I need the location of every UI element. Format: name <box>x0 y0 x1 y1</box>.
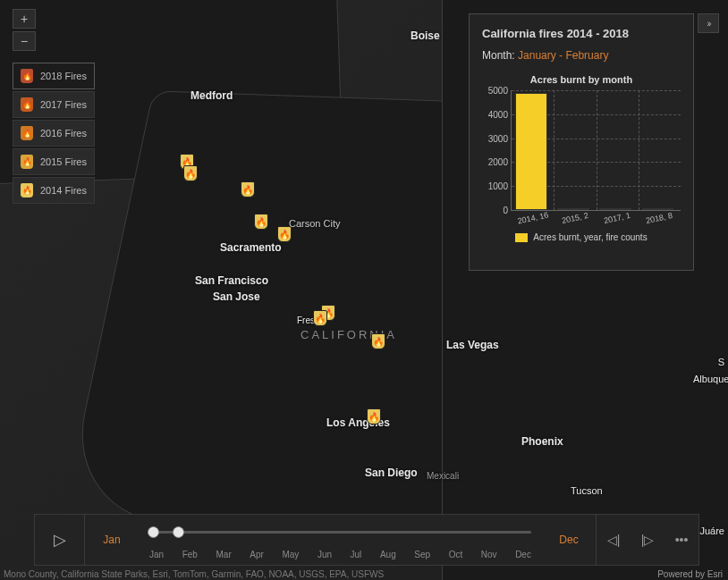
month-tick: May <box>282 550 299 559</box>
legend-2014[interactable]: 🔥2014 Fires <box>13 177 95 204</box>
legend-2018[interactable]: 🔥2018 Fires <box>13 63 95 89</box>
chart-bar[interactable] <box>599 208 631 210</box>
month-value: January - February <box>518 49 608 62</box>
month-tick: Jul <box>351 550 362 559</box>
time-track[interactable]: JanFebMarAprMayJunJulAugSepOctNovDec <box>139 515 542 565</box>
shield-icon: 🔥 <box>21 97 33 112</box>
powered-by: Powered by Esri <box>657 569 723 579</box>
city-san-jose: San Jose <box>213 290 260 303</box>
more-button[interactable]: ••• <box>665 515 698 565</box>
city-juarez: Juáre <box>699 525 724 536</box>
fire-marker[interactable]: 🔥 <box>367 408 381 424</box>
month-tick: Sep <box>414 550 430 559</box>
fire-marker[interactable]: 🔥 <box>241 181 255 198</box>
shield-icon: 🔥 <box>21 126 33 140</box>
fire-marker[interactable]: 🔥 <box>183 165 198 181</box>
fire-marker[interactable]: 🔥 <box>313 310 327 326</box>
legend-label: 2014 Fires <box>40 185 87 196</box>
chart-bar[interactable] <box>557 208 589 210</box>
month-tick: Jan <box>149 550 164 559</box>
legend-2016[interactable]: 🔥2016 Fires <box>13 120 95 147</box>
city-tucson: Tucson <box>571 485 603 496</box>
city-las-vegas: Las Vegas <box>446 339 499 351</box>
chart-title: Acres burnt by month <box>482 74 681 85</box>
shield-icon: 🔥 <box>21 183 33 198</box>
month-tick: Dec <box>515 550 531 559</box>
legend-label: 2015 Fires <box>40 156 87 167</box>
play-button[interactable]: ▷ <box>35 515 85 565</box>
zoom-out-button[interactable]: − <box>13 31 36 51</box>
x-tick: 2017, 1 <box>595 209 640 227</box>
panel-month: Month: January - February <box>482 49 681 62</box>
legend-label: 2016 Fires <box>40 128 87 139</box>
city-phoenix: Phoenix <box>521 435 563 448</box>
swatch-icon <box>515 233 528 242</box>
month-tick: Aug <box>380 550 396 559</box>
city-san-diego: San Diego <box>365 467 418 479</box>
city-albuquerque: Albuquer <box>693 374 728 384</box>
y-tick: 0 <box>479 206 508 215</box>
fire-marker[interactable]: 🔥 <box>277 226 292 242</box>
y-tick: 3000 <box>479 133 508 143</box>
city-san-francisco: San Francisco <box>195 274 268 287</box>
chart-legend: Acres burnt, year, fire counts <box>482 232 681 242</box>
month-tick: Nov <box>481 550 497 559</box>
city-boise: Boise <box>411 29 440 42</box>
zoom-in-button[interactable]: + <box>13 9 36 29</box>
y-tick: 5000 <box>479 86 508 96</box>
city-sf-marker-s: S <box>718 357 724 367</box>
attribution: Mono County, California State Parks, Esr… <box>4 569 384 579</box>
chart-bar[interactable] <box>642 208 674 210</box>
month-label: Month: <box>482 49 515 62</box>
time-end-label: Dec <box>542 534 596 546</box>
month-tick: Jun <box>317 550 332 559</box>
chart-bar[interactable] <box>515 93 547 210</box>
y-tick: 2000 <box>479 157 508 167</box>
legend-2017[interactable]: 🔥2017 Fires <box>13 91 95 118</box>
track-line <box>149 531 531 534</box>
x-tick: 2015, 2 <box>552 209 597 227</box>
step-prev-button[interactable]: ◁| <box>597 515 631 565</box>
city-carson-city: Carson City <box>289 218 340 229</box>
fire-marker[interactable]: 🔥 <box>371 333 385 349</box>
city-mexicali: Mexicali <box>427 471 459 481</box>
info-panel: California fires 2014 - 2018 Month: Janu… <box>469 13 694 271</box>
legend-label: 2018 Fires <box>40 71 87 81</box>
x-tick: 2014, 16 <box>510 209 555 227</box>
expand-panel-button[interactable]: ›› <box>698 13 719 33</box>
month-tick: Feb <box>182 550 198 559</box>
chart-legend-label: Acres burnt, year, fire counts <box>533 232 647 242</box>
x-tick: 2018, 8 <box>637 209 682 227</box>
month-tick: Oct <box>449 550 463 559</box>
month-tick: Mar <box>216 550 231 559</box>
time-start-label: Jan <box>85 534 139 546</box>
y-tick: 4000 <box>479 109 508 119</box>
shield-icon: 🔥 <box>21 69 33 83</box>
time-slider: ▷ Jan JanFebMarAprMayJunJulAugSepOctNovD… <box>34 514 699 566</box>
legend-2015[interactable]: 🔥2015 Fires <box>13 148 95 175</box>
panel-title: California fires 2014 - 2018 <box>482 27 681 40</box>
fire-marker[interactable]: 🔥 <box>254 214 268 230</box>
step-next-button[interactable]: |▷ <box>631 515 665 565</box>
shield-icon: 🔥 <box>21 155 33 169</box>
city-sacramento: Sacramento <box>220 241 282 254</box>
time-handle-start[interactable] <box>148 526 159 538</box>
month-tick: Apr <box>250 550 264 559</box>
time-handle-end[interactable] <box>173 526 184 538</box>
legend: 🔥2018 Fires 🔥2017 Fires 🔥2016 Fires 🔥201… <box>13 63 95 204</box>
legend-label: 2017 Fires <box>40 99 87 110</box>
chart: 0100020003000400050002014, 162015, 22017… <box>511 90 681 211</box>
city-medford: Medford <box>190 89 233 102</box>
y-tick: 1000 <box>479 181 508 191</box>
